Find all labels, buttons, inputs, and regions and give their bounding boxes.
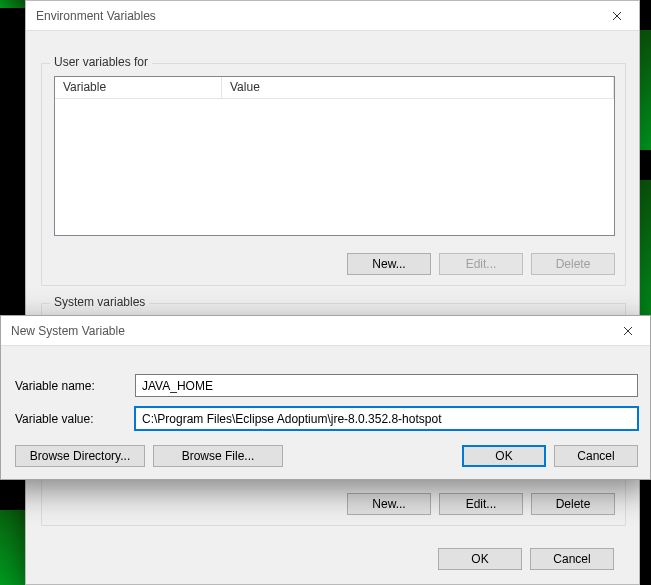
modal-close-button[interactable] (605, 316, 650, 346)
modal-buttons-row: Browse Directory... Browse File... OK Ca… (15, 445, 638, 467)
variable-name-row: Variable name: (15, 374, 638, 397)
user-variables-legend: User variables for (50, 55, 152, 69)
user-edit-button: Edit... (439, 253, 523, 275)
env-titlebar[interactable]: Environment Variables (26, 1, 639, 31)
user-buttons-row: New... Edit... Delete (54, 253, 615, 275)
system-buttons-row: New... Edit... Delete (54, 493, 615, 515)
system-new-button[interactable]: New... (347, 493, 431, 515)
close-icon (612, 11, 622, 21)
modal-ok-button[interactable]: OK (462, 445, 546, 467)
user-new-button[interactable]: New... (347, 253, 431, 275)
user-variables-list[interactable]: Variable Value (54, 76, 615, 236)
column-value[interactable]: Value (222, 77, 614, 98)
new-system-variable-dialog: New System Variable Variable name: Varia… (0, 315, 651, 480)
variable-value-label: Variable value: (15, 412, 135, 426)
variable-value-row: Variable value: (15, 407, 638, 430)
browse-file-button[interactable]: Browse File... (153, 445, 283, 467)
modal-title: New System Variable (11, 324, 605, 338)
list-header: Variable Value (55, 77, 614, 99)
user-delete-button: Delete (531, 253, 615, 275)
env-cancel-button[interactable]: Cancel (530, 548, 614, 570)
variable-value-input[interactable] (135, 407, 638, 430)
system-variables-legend: System variables (50, 295, 149, 309)
column-variable[interactable]: Variable (55, 77, 222, 98)
modal-titlebar[interactable]: New System Variable (1, 316, 650, 346)
env-bottom-buttons: OK Cancel (53, 548, 614, 570)
close-icon (623, 326, 633, 336)
env-title: Environment Variables (36, 9, 594, 23)
env-close-button[interactable] (594, 1, 639, 31)
environment-variables-window: Environment Variables User variables for… (25, 0, 640, 585)
browse-directory-button[interactable]: Browse Directory... (15, 445, 145, 467)
user-variables-group: User variables for Variable Value New...… (41, 63, 626, 286)
variable-name-label: Variable name: (15, 379, 135, 393)
modal-cancel-button[interactable]: Cancel (554, 445, 638, 467)
env-ok-button[interactable]: OK (438, 548, 522, 570)
system-delete-button[interactable]: Delete (531, 493, 615, 515)
variable-name-input[interactable] (135, 374, 638, 397)
system-edit-button[interactable]: Edit... (439, 493, 523, 515)
